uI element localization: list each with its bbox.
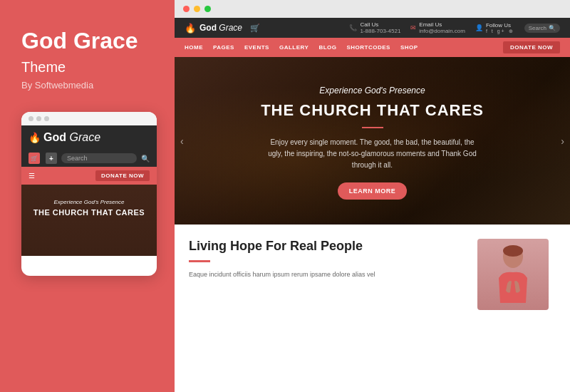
bottom-description: Eaque incidunt officiis harum ipsum reru… xyxy=(189,269,456,279)
site-search-bar[interactable]: Search 🔍 xyxy=(524,24,560,33)
bottom-title: Living Hope For Real People xyxy=(189,239,456,254)
person-photo xyxy=(477,239,549,310)
nav-shop[interactable]: SHOP xyxy=(400,44,418,51)
plus-icon: + xyxy=(49,155,53,163)
mobile-dot-2 xyxy=(36,116,41,121)
phone-icon: 📞 xyxy=(349,24,357,31)
hero-learn-more-button[interactable]: LEARN MORE xyxy=(338,182,408,200)
hero-description: Enjoy every single moment. The good, the… xyxy=(266,137,480,171)
mobile-hero: Experience God's Presence THE CHURCH THA… xyxy=(21,185,157,256)
person-svg xyxy=(484,242,542,306)
site-logo-text: God Grace xyxy=(200,23,242,33)
mobile-chrome xyxy=(21,112,157,125)
site-bottom: Living Hope For Real People Eaque incidu… xyxy=(175,225,570,392)
email-icon: ✉ xyxy=(410,24,416,31)
site-cart-icon[interactable]: 🛒 xyxy=(250,24,260,33)
theme-author: By Softwebmedia xyxy=(21,80,93,91)
phone-number: 1-888-703-4521 xyxy=(360,28,400,34)
mobile-mockup: 🔥 God Grace 🛒 + Search 🔍 ☰ DONATE NOW xyxy=(21,112,157,276)
plus-icon-box[interactable]: + xyxy=(46,153,57,164)
mobile-logo-text: God Grace xyxy=(43,131,100,144)
mobile-search-input[interactable]: Search xyxy=(61,153,137,163)
mobile-hero-title: THE CHURCH THAT CARES xyxy=(28,208,150,217)
svg-point-1 xyxy=(503,245,523,257)
follow-info: 👤 Follow Us f t g+ ⊕ xyxy=(475,22,514,34)
nav-home[interactable]: HOME xyxy=(185,44,203,51)
site-search-icon: 🔍 xyxy=(549,25,556,31)
mobile-donate-button[interactable]: DONATE NOW xyxy=(95,170,150,181)
hero-next-arrow[interactable]: › xyxy=(561,135,564,147)
bottom-image xyxy=(470,239,556,385)
site-donate-button[interactable]: DONATE NOW xyxy=(503,41,560,53)
hero-prev-arrow[interactable]: ‹ xyxy=(180,135,184,147)
hamburger-icon[interactable]: ☰ xyxy=(28,172,35,180)
mobile-dot-1 xyxy=(28,116,33,121)
cart-icon: 🛒 xyxy=(31,155,38,162)
search-icon: 🔍 xyxy=(141,155,150,163)
nav-pages[interactable]: PAGES xyxy=(213,44,234,51)
topbar-right: 📞 Call Us 1-888-703-4521 ✉ Email Us info… xyxy=(349,21,560,34)
hero-divider xyxy=(362,127,383,128)
follow-label: Follow Us xyxy=(486,22,514,29)
mobile-header: 🔥 God Grace xyxy=(21,125,157,150)
nav-gallery[interactable]: GALLERY xyxy=(279,44,309,51)
browser-dot-yellow[interactable] xyxy=(194,6,200,12)
mobile-icons: 🛒 + xyxy=(28,153,57,164)
mobile-dot-3 xyxy=(44,116,49,121)
left-panel: God Grace Theme By Softwebmedia 🔥 God Gr… xyxy=(0,0,175,392)
email-info: ✉ Email Us info@domain.com xyxy=(410,21,465,34)
site-flame-icon: 🔥 xyxy=(185,23,196,33)
mobile-search-bar: 🛒 + Search 🔍 xyxy=(21,150,157,167)
browser-dot-green[interactable] xyxy=(204,6,211,12)
website-preview: 🔥 God Grace 🛒 📞 Call Us 1-888-703-4521 ✉ xyxy=(175,18,570,392)
site-hero: ‹ Experience God's Presence THE CHURCH T… xyxy=(175,57,570,225)
browser-chrome xyxy=(175,0,570,18)
flame-icon: 🔥 xyxy=(28,132,41,143)
mobile-logo: 🔥 God Grace xyxy=(28,131,100,144)
nav-events[interactable]: EVENTS xyxy=(244,44,269,51)
cart-icon-box[interactable]: 🛒 xyxy=(28,153,40,164)
bottom-divider xyxy=(189,260,210,262)
site-search-placeholder: Search xyxy=(529,25,546,31)
site-logo: 🔥 God Grace 🛒 xyxy=(185,23,260,33)
bottom-content: Living Hope For Real People Eaque incidu… xyxy=(189,239,456,385)
mobile-hero-sub: Experience God's Presence xyxy=(28,199,150,205)
social-icons: f t g+ ⊕ xyxy=(486,29,514,34)
call-label: Call Us xyxy=(360,21,400,28)
site-topbar: 🔥 God Grace 🛒 📞 Call Us 1-888-703-4521 ✉ xyxy=(175,18,570,38)
follow-icon: 👤 xyxy=(475,24,483,31)
email-label: Email Us xyxy=(419,21,465,28)
right-panel: 🔥 God Grace 🛒 📞 Call Us 1-888-703-4521 ✉ xyxy=(175,0,570,392)
email-value: info@domain.com xyxy=(419,28,465,34)
hero-title: THE CHURCH THAT CARES xyxy=(261,101,484,120)
browser-dot-red[interactable] xyxy=(183,6,190,12)
hero-subtitle: Experience God's Presence xyxy=(319,86,425,96)
theme-title: God Grace xyxy=(21,29,138,53)
site-nav: HOME PAGES EVENTS GALLERY BLOG SHORTCODE… xyxy=(175,38,570,57)
nav-shortcodes[interactable]: SHORTCODES xyxy=(346,44,390,51)
nav-blog[interactable]: BLOG xyxy=(318,44,336,51)
theme-subtitle: Theme xyxy=(21,59,66,76)
mobile-nav: ☰ DONATE NOW xyxy=(21,167,157,185)
nav-links: HOME PAGES EVENTS GALLERY BLOG SHORTCODE… xyxy=(185,44,418,51)
contact-info: 📞 Call Us 1-888-703-4521 xyxy=(349,21,400,34)
